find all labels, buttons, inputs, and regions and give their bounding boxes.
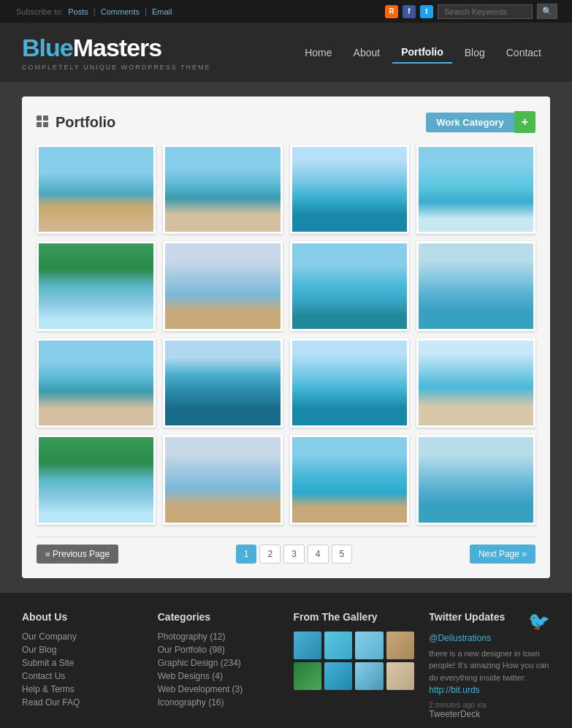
portfolio-item[interactable] — [163, 145, 282, 234]
footer-about-us: About Us Our Company Our Blog Submit a S… — [22, 611, 143, 723]
svg-rect-3 — [43, 122, 48, 127]
portfolio-item[interactable] — [416, 145, 535, 234]
twitter-icon[interactable]: t — [420, 5, 433, 18]
footer-cat-webdev[interactable]: Web Development (3) — [158, 684, 279, 694]
search-button[interactable]: 🔍 — [537, 4, 557, 19]
gallery-thumb[interactable] — [386, 632, 414, 659]
footer-link-faq[interactable]: Read Our FAQ — [22, 697, 143, 708]
work-category-button[interactable]: Work Category + — [426, 111, 535, 133]
twitter-message: there is a new designer in town people! … — [429, 649, 549, 682]
main-nav: Home About Portfolio Blog Contact — [296, 42, 550, 64]
portfolio-item[interactable] — [416, 241, 535, 330]
nav-contact[interactable]: Contact — [497, 42, 550, 63]
work-category-plus[interactable]: + — [514, 111, 535, 133]
gallery-thumbs — [294, 632, 415, 690]
footer-cat-photography[interactable]: Photography (12) — [158, 632, 279, 642]
portfolio-item[interactable] — [290, 435, 409, 524]
main-content: Portfolio Work Category + — [0, 82, 572, 593]
portfolio-item[interactable] — [163, 241, 282, 330]
portfolio-item[interactable] — [37, 241, 156, 330]
portfolio-item[interactable] — [290, 241, 409, 330]
page-2-button[interactable]: 2 — [259, 545, 281, 564]
logo-white: Masters — [73, 34, 162, 61]
twitter-header: Twitter Updates 🐦 — [429, 611, 550, 632]
gallery-thumb[interactable] — [324, 632, 352, 659]
svg-rect-0 — [37, 115, 42, 121]
gallery-thumb[interactable] — [355, 662, 383, 690]
footer-cat-iconography[interactable]: Iconography (16) — [158, 697, 279, 708]
twitter-via[interactable]: TweeterDeck — [429, 709, 550, 719]
nav-about[interactable]: About — [345, 42, 389, 63]
rss-icon[interactable]: R — [385, 5, 398, 18]
gallery-thumb[interactable] — [294, 662, 321, 690]
portfolio-item[interactable] — [290, 145, 409, 234]
subscribe-section: Subscribe to: Posts | Comments | Email — [15, 7, 173, 16]
twitter-handle[interactable]: @Dellustrations — [429, 632, 550, 645]
grid-icon — [37, 115, 50, 129]
twitter-time-label: 2 minutes ago via — [429, 701, 486, 709]
page-3-button[interactable]: 3 — [283, 545, 305, 564]
footer-cat-webdesign[interactable]: Web Designs (4) — [158, 671, 279, 681]
gallery-thumb[interactable] — [386, 662, 414, 690]
page-1-button[interactable]: 1 — [236, 545, 257, 564]
twitter-time: 2 minutes ago via TweeterDeck — [429, 701, 550, 719]
svg-rect-2 — [37, 122, 42, 127]
portfolio-item[interactable] — [290, 338, 409, 428]
footer: About Us Our Company Our Blog Submit a S… — [0, 593, 572, 728]
portfolio-item[interactable] — [37, 145, 156, 234]
svg-rect-1 — [43, 115, 48, 121]
footer-cat-graphic[interactable]: Graphic Design (234) — [158, 658, 279, 668]
portfolio-item[interactable] — [416, 338, 535, 428]
content-box: Portfolio Work Category + — [22, 96, 550, 578]
subscribe-label: Subscribe to: — [16, 7, 63, 16]
footer-categories-title: Categories — [158, 611, 279, 623]
footer-cat-portfolio[interactable]: Our Portfolio (98) — [158, 645, 279, 655]
page-4-button[interactable]: 4 — [308, 545, 329, 564]
facebook-icon[interactable]: f — [403, 5, 416, 18]
footer-about-title: About Us — [22, 611, 143, 623]
footer-twitter-title: Twitter Updates — [429, 611, 505, 623]
gallery-thumb[interactable] — [355, 632, 383, 659]
twitter-link[interactable]: http://bit.urds — [429, 683, 550, 697]
prev-page-button[interactable]: « Previous Page — [37, 545, 118, 564]
subscribe-email-link[interactable]: Email — [152, 7, 172, 16]
portfolio-grid — [37, 145, 535, 525]
page-numbers: 1 2 3 4 5 — [236, 545, 352, 564]
nav-home[interactable]: Home — [296, 42, 340, 63]
portfolio-item[interactable] — [416, 435, 535, 524]
portfolio-item[interactable] — [37, 338, 156, 428]
subscribe-comments-link[interactable]: Comments — [101, 7, 140, 16]
portfolio-heading: Portfolio — [56, 114, 115, 131]
gallery-thumb[interactable] — [324, 662, 352, 690]
footer-link-blog[interactable]: Our Blog — [22, 645, 143, 655]
subscribe-posts-link[interactable]: Posts — [68, 7, 88, 16]
twitter-update-text: @Dellustrations there is a new designer … — [429, 632, 550, 697]
header: BlueMasters COMPLETELY UNIQUE WORDPRESS … — [0, 23, 572, 82]
gallery-thumb[interactable] — [294, 632, 321, 659]
logo-subtitle: COMPLETELY UNIQUE WORDPRESS THEME — [22, 64, 211, 71]
twitter-bird-icon: 🐦 — [528, 611, 550, 632]
footer-link-submit[interactable]: Submit a Site — [22, 658, 143, 668]
footer-link-contact[interactable]: Contact Us — [22, 671, 143, 681]
topbar-right: R f t 🔍 — [385, 4, 557, 19]
pagination: « Previous Page 1 2 3 4 5 Next Page » — [37, 536, 535, 564]
footer-gallery-title: From The Gallery — [294, 611, 415, 623]
logo-blue: Blue — [22, 34, 73, 61]
portfolio-title: Portfolio — [37, 114, 115, 131]
footer-link-help[interactable]: Help & Terms — [22, 684, 143, 694]
portfolio-item[interactable] — [163, 435, 282, 524]
search-input[interactable] — [438, 4, 533, 19]
portfolio-item[interactable] — [163, 338, 282, 428]
page-5-button[interactable]: 5 — [332, 545, 353, 564]
work-category-label: Work Category — [426, 113, 514, 132]
next-page-button[interactable]: Next Page » — [470, 545, 535, 564]
logo: BlueMasters COMPLETELY UNIQUE WORDPRESS … — [22, 34, 211, 71]
footer-link-company[interactable]: Our Company — [22, 632, 143, 642]
portfolio-item[interactable] — [37, 435, 156, 524]
footer-twitter: Twitter Updates 🐦 @Dellustrations there … — [429, 611, 550, 723]
nav-blog[interactable]: Blog — [456, 42, 494, 63]
portfolio-header: Portfolio Work Category + — [37, 111, 535, 133]
nav-portfolio[interactable]: Portfolio — [392, 42, 452, 64]
footer-gallery: From The Gallery — [294, 611, 415, 723]
logo-title: BlueMasters — [22, 34, 211, 62]
